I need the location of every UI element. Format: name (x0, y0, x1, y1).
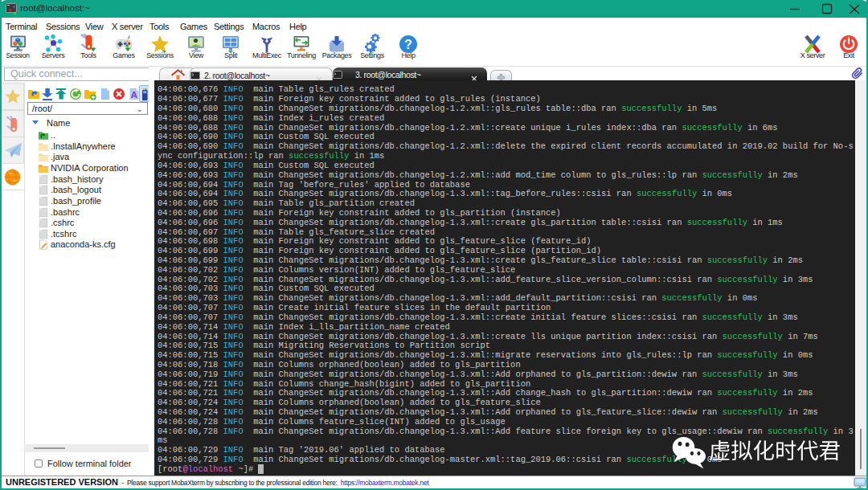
svg-text:?: ? (404, 38, 412, 51)
svg-text:A: A (131, 90, 137, 100)
